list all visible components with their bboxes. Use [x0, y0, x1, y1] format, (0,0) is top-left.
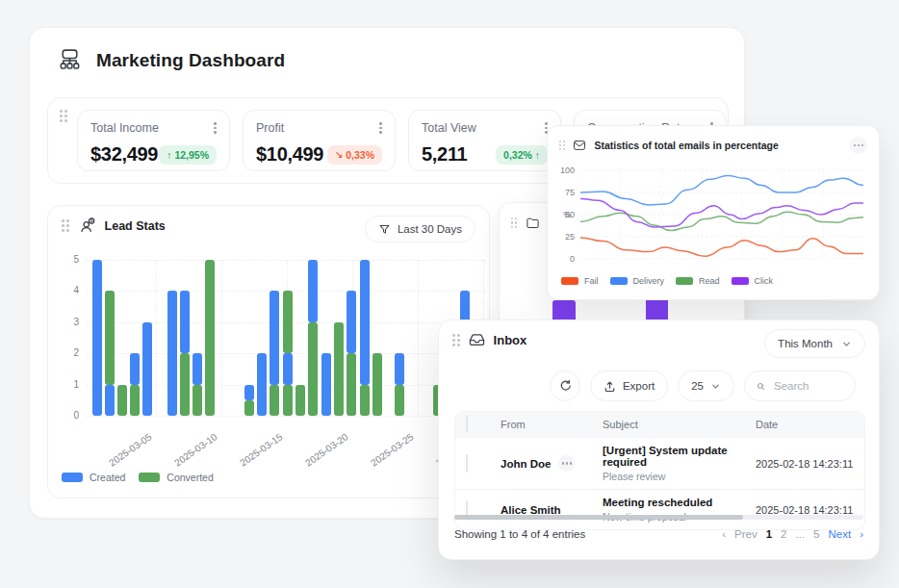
y-tick-label: 1	[54, 379, 79, 390]
y-tick-label: 4	[54, 285, 79, 295]
x-tick-label: 2025-03-10	[172, 425, 227, 469]
export-button[interactable]: Export	[590, 371, 668, 401]
bar-segment-created	[257, 353, 267, 416]
email-subject: [Urgent] System update required	[603, 445, 756, 468]
bar-segment-created	[360, 260, 370, 385]
entries-info: Showing 1 to 4 of 4 entries	[454, 528, 585, 540]
bar-segment-converted	[347, 353, 356, 416]
pagination-ellipsis: ...	[796, 528, 806, 540]
inbox-icon	[469, 332, 485, 348]
prev-button[interactable]: Prev	[734, 528, 758, 540]
legend-item-click[interactable]: Click	[732, 276, 774, 286]
inbox-toolbar: Export 25	[550, 371, 856, 401]
lead-chart-plot	[87, 260, 485, 416]
legend-item-fail[interactable]: Fail	[561, 276, 599, 286]
next-chevron-icon[interactable]: ›	[860, 528, 863, 540]
legend-item-converted[interactable]: Converted	[139, 472, 213, 483]
bar-segment-converted	[205, 260, 215, 416]
chevron-down-icon	[841, 339, 852, 349]
x-tick-label: 2025-03-25	[369, 425, 424, 469]
bar-segment-created	[167, 291, 177, 416]
table-row[interactable]: John Doe[Urgent] System update requiredP…	[455, 437, 864, 489]
line-series-fail	[580, 238, 863, 256]
email-preview: Please review	[603, 471, 756, 482]
bar-segment-converted	[283, 291, 293, 353]
gridline	[87, 260, 485, 261]
page-button-5[interactable]: 5	[813, 528, 819, 540]
stat-label: Total Income	[90, 121, 159, 135]
mail-icon	[573, 139, 586, 152]
legend-item-delivery[interactable]: Delivery	[610, 276, 665, 286]
bar-segment-created	[308, 260, 318, 322]
bar-segment-created	[244, 385, 254, 400]
kebab-menu-icon[interactable]	[379, 122, 382, 134]
legend-label: Delivery	[633, 276, 665, 286]
scrollbar-thumb[interactable]	[454, 515, 743, 520]
legend-label: Converted	[167, 472, 213, 483]
lead-stats-card: $ Lead Stats Last 30 Days 012345 2025-03…	[47, 205, 490, 499]
legend-item-read[interactable]: Read	[676, 276, 720, 286]
drag-handle-icon[interactable]	[62, 219, 69, 232]
kebab-menu-icon[interactable]	[214, 122, 217, 134]
drag-handle-icon[interactable]	[511, 217, 517, 228]
legend-item-created[interactable]: Created	[62, 472, 125, 483]
percent-axis-label: %	[563, 209, 571, 219]
email-chart-plot	[580, 168, 863, 263]
search-field[interactable]	[744, 371, 856, 401]
svg-text:$: $	[90, 218, 92, 223]
table-row[interactable]: Alice SmithMeeting rescheduledNew time p…	[455, 489, 864, 529]
drag-handle-icon[interactable]	[452, 334, 460, 346]
prev-chevron-icon[interactable]: ‹	[722, 528, 726, 540]
lead-chart-legend: CreatedConverted	[62, 472, 214, 483]
bar-segment-converted	[395, 385, 404, 416]
x-tick-label: 2025-03-05	[107, 425, 162, 469]
column-header-from: From	[494, 419, 603, 430]
legend-swatch	[610, 277, 628, 285]
page-button-2[interactable]: 2	[781, 528, 786, 540]
bar-segment-converted	[308, 322, 318, 416]
more-menu-icon[interactable]	[850, 137, 867, 154]
search-input[interactable]	[772, 379, 843, 393]
page-header: Marketing Dashboard	[57, 47, 285, 73]
row-more-button[interactable]	[558, 455, 575, 472]
legend-swatch	[139, 473, 160, 482]
bar-segment-created	[180, 291, 190, 353]
email-subject: Meeting rescheduled	[603, 497, 756, 508]
y-tick-label: 75	[550, 188, 575, 197]
bar-segment-created	[142, 322, 152, 416]
last-30-days-filter-button[interactable]: Last 30 Days	[365, 216, 475, 243]
period-select[interactable]: This Month	[764, 329, 865, 358]
trend-badge: 0,32% ↑	[496, 145, 548, 165]
gridline	[418, 260, 419, 416]
x-tick-label: 2025-03-20	[303, 425, 358, 469]
legend-swatch	[62, 473, 83, 482]
lead-stats-title: Lead Stats	[105, 219, 166, 233]
bar-segment-converted	[295, 385, 305, 416]
bar-segment-converted	[270, 385, 279, 416]
legend-label: Read	[699, 276, 720, 286]
sender-name: John Doe	[501, 458, 551, 470]
bar-segment-created	[105, 385, 115, 416]
bar-segment-converted	[117, 385, 127, 416]
lead-icon: $	[79, 217, 95, 234]
y-tick-label: 0	[54, 410, 79, 421]
bar-segment-created	[92, 260, 102, 416]
funnel-icon	[378, 223, 391, 236]
bar-segment-converted	[130, 385, 140, 416]
column-header-subject: Subject	[603, 419, 756, 430]
page-size-select[interactable]: 25	[678, 371, 734, 401]
select-all-checkbox[interactable]	[466, 415, 468, 433]
page-button-1[interactable]: 1	[766, 528, 772, 540]
drag-handle-icon[interactable]	[559, 141, 565, 151]
bar-segment-converted	[334, 322, 344, 416]
legend-swatch	[561, 277, 578, 285]
bar-segment-created	[270, 291, 279, 384]
drag-handle-icon[interactable]	[60, 110, 67, 122]
stat-card: Profit$10,499↘ 0,33%	[243, 110, 396, 171]
refresh-icon	[558, 379, 572, 393]
stat-value: $10,499	[256, 143, 323, 166]
next-button[interactable]: Next	[829, 528, 852, 540]
stat-label: Profit	[256, 121, 284, 135]
row-checkbox[interactable]	[466, 454, 468, 473]
refresh-button[interactable]	[550, 371, 580, 401]
